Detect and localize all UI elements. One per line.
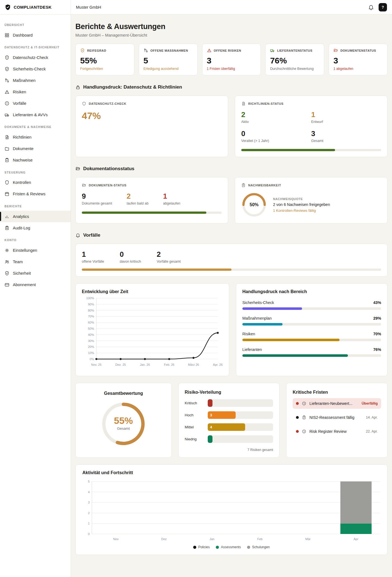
- risiko-bar-mittel: Mittel4: [185, 423, 273, 431]
- dokumenten-status-card: DOKUMENTEN-STATUS 9Dokumente gesamt2lauf…: [75, 177, 228, 224]
- sidebar-item-analytics[interactable]: Analytics: [0, 211, 71, 222]
- svg-text:März 26: März 26: [188, 363, 199, 366]
- sidebar-item-team[interactable]: Team: [0, 256, 71, 267]
- sidebar-item-kontrollen[interactable]: Kontrollen: [0, 177, 71, 188]
- svg-text:100%: 100%: [86, 296, 94, 300]
- nachweis-texts: NACHWEISQUOTE 2 von 6 Nachweisen freigeg…: [273, 197, 330, 213]
- bar-fill: [208, 399, 212, 407]
- sidebar-item-label: Sicherheits-Check: [13, 67, 46, 71]
- sidebar-item-ma-nahmen[interactable]: Maßnahmen: [0, 75, 71, 86]
- sidebar-item-einstellungen[interactable]: Einstellungen: [0, 244, 71, 256]
- vorfaelle-stats: 1offene Vorfälle0davon kritisch2Vorfälle…: [82, 250, 381, 263]
- deadline-item-risk-register-review[interactable]: Risk Register Review22. Apr.: [293, 426, 381, 437]
- deadline-label: Lieferanten-Neubewert...: [309, 401, 358, 406]
- shield-icon: [4, 180, 9, 185]
- folder-open-icon: [75, 166, 80, 171]
- main-area: Muster GmbH ? Berichte & Auswertungen Mu…: [71, 0, 392, 577]
- sidebar-item-label: Fristen & Reviews: [13, 192, 46, 196]
- bar-fill: [242, 307, 302, 310]
- sidebar-item-label: Datenschutz-Check: [13, 55, 48, 60]
- stat-entwurf: 1Entwurf: [311, 110, 381, 124]
- bereich-bar-risiken: Risiken70%: [242, 332, 381, 341]
- bar-track: [242, 339, 381, 341]
- sidebar-section-label: ÜBERSICHT: [0, 18, 71, 29]
- warning-triangle-icon: [4, 89, 9, 94]
- svg-text:2: 2: [88, 511, 90, 515]
- svg-text:Nov. 25: Nov. 25: [91, 363, 101, 366]
- sidebar-item-audit-log[interactable]: Audit-Log: [0, 222, 71, 234]
- deadline-item-lieferanten-neubewert[interactable]: Lieferanten-Neubewert...Überfällig: [293, 398, 381, 409]
- alert-circle-icon: [4, 101, 9, 106]
- stat-caption: Aktiv: [241, 120, 311, 124]
- clock-icon: [302, 401, 306, 406]
- svg-text:Dez: Dez: [161, 537, 167, 541]
- sidebar-item-abonnement[interactable]: Abonnement: [0, 279, 71, 290]
- kpi-card-offene-massnahmen: OFFENE MASSNAHMEN5Erledigung ausstehend: [139, 44, 198, 75]
- truck-icon: [4, 112, 9, 117]
- truck-icon: [270, 48, 275, 53]
- gear-icon: [4, 248, 9, 253]
- stat-caption: Entwurf: [311, 120, 381, 124]
- dashboard-icon: [4, 33, 9, 38]
- folder-open-icon: [333, 48, 338, 53]
- svg-text:55%: 55%: [114, 415, 133, 426]
- sidebar-item-lieferanten-avvs[interactable]: Lieferanten & AVVs: [0, 109, 71, 120]
- legend-item-policies: Policies: [193, 545, 210, 549]
- kpi-value: 55%: [80, 56, 130, 65]
- stat-caption: laufen bald ab: [126, 201, 149, 205]
- sidebar-item-sicherheit[interactable]: Sicherheit: [0, 267, 71, 279]
- stat-davon-kritisch: 0davon kritisch: [120, 250, 141, 263]
- app-root: COMPLIANTDESK ÜBERSICHTDashboardDATENSCH…: [0, 0, 392, 577]
- kpi-value: 3: [207, 56, 256, 65]
- stat-caption: Gesamt: [311, 139, 381, 143]
- kpi-card-lieferantenstatus: LIEFERANTENSTATUS76%Durchschnittliche Be…: [265, 44, 324, 75]
- warning-triangle-icon: [207, 48, 212, 53]
- entwicklung-chart-card: Entwicklung über Zeit 0%10%20%30%40%50%6…: [75, 283, 229, 376]
- sidebar-item-label: Audit-Log: [13, 226, 30, 230]
- bar-track: 4: [208, 423, 273, 431]
- sidebar: COMPLIANTDESK ÜBERSICHTDashboardDATENSCH…: [0, 0, 71, 577]
- legend-label: Policies: [198, 545, 210, 549]
- stat-value: 9: [82, 192, 112, 201]
- sidebar-item-label: Analytics: [13, 214, 29, 219]
- kpi-card-dokumentenstatus: DOKUMENTENSTATUS31 abgelaufen: [329, 44, 388, 75]
- stat-caption: offene Vorfälle: [82, 260, 104, 263]
- sidebar-item-fristen-reviews[interactable]: Fristen & Reviews: [0, 188, 71, 200]
- sidebar-item-nachweise[interactable]: Nachweise: [0, 155, 71, 166]
- clipboard-list-icon: [4, 225, 9, 231]
- stat-caption: Vorfälle gesamt: [157, 260, 181, 263]
- stat-value: 2: [157, 250, 181, 259]
- datenschutz-check-card: DATENSCHUTZ-CHECK 47%: [75, 96, 228, 157]
- bar-track: [242, 354, 381, 357]
- kpi-caption: Fortgeschritten: [80, 67, 130, 71]
- bell-icon: [75, 233, 80, 238]
- sidebar-item-dokumente[interactable]: Dokumente: [0, 143, 71, 155]
- deadline-item-nis2-reassessment-f-llig[interactable]: NIS2-Reassessment fällig14. Apr.: [293, 412, 381, 423]
- bar-label: Lieferanten: [242, 347, 262, 352]
- svg-text:Nov: Nov: [113, 537, 119, 541]
- help-button[interactable]: ?: [379, 3, 387, 11]
- deadline-list: Lieferanten-Neubewert...ÜberfälligNIS2-R…: [293, 398, 381, 437]
- svg-text:30%: 30%: [88, 339, 94, 343]
- stat-value: 1: [163, 192, 180, 201]
- bar-track: [208, 399, 273, 407]
- sidebar-item-dashboard[interactable]: Dashboard: [0, 29, 71, 41]
- stat-caption: abgelaufen: [163, 201, 180, 205]
- section-title: Dokumentationsstatus: [83, 166, 134, 172]
- bereich-bar-ma-nahmenplan: Maßnahmenplan29%: [242, 316, 381, 326]
- chart-title: Aktivität und Fortschritt: [82, 470, 381, 475]
- topbar-actions: ?: [368, 3, 387, 11]
- sidebar-item-datenschutz-check[interactable]: Datenschutz-Check: [0, 52, 71, 63]
- legend-dot: [193, 546, 196, 549]
- sidebar-item-risiken[interactable]: Risiken: [0, 86, 71, 98]
- svg-text:Feb. 26: Feb. 26: [164, 363, 174, 366]
- vorfaelle-card: 1offene Vorfälle0davon kritisch2Vorfälle…: [75, 244, 388, 277]
- sidebar-item-label: Einstellungen: [13, 248, 37, 253]
- card-label: NACHWEISBARKEIT: [248, 184, 281, 187]
- sidebar-item-sicherheits-check[interactable]: Sicherheits-Check: [0, 63, 71, 75]
- bell-icon[interactable]: [368, 4, 374, 10]
- sidebar-item-vorf-lle[interactable]: Vorfälle: [0, 98, 71, 109]
- stat-caption: Dokumente gesamt: [82, 201, 112, 205]
- deadline-label: NIS2-Reassessment fällig: [309, 415, 363, 420]
- sidebar-item-richtlinien[interactable]: Richtlinien: [0, 132, 71, 143]
